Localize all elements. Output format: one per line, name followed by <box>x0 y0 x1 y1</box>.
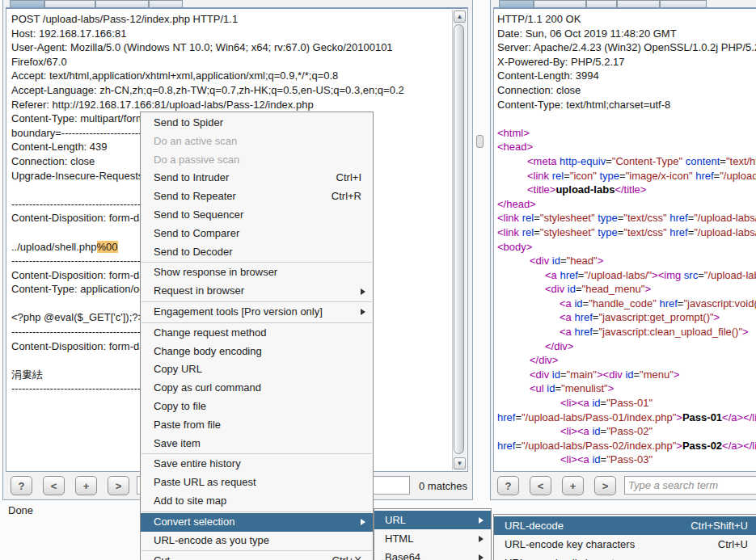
prev-match-button[interactable]: < <box>530 476 551 495</box>
menu-item-label: HTML <box>385 533 413 545</box>
menu-item-send-to-sequencer[interactable]: Send to Sequencer <box>141 206 373 225</box>
menu-item-copy-as-curl-command[interactable]: Copy as curl command <box>141 379 373 398</box>
menu-item-label: Paste from file <box>154 419 221 431</box>
menu-item-save-item[interactable]: Save item <box>141 435 373 453</box>
menu-item-send-to-decoder[interactable]: Send to Decoder <box>141 243 373 262</box>
menu-item-label: Send to Spider <box>154 116 223 128</box>
menu-item-label: URL <box>385 514 406 526</box>
editor-line: Content-Length: 3994 <box>497 69 754 83</box>
editor-line: </div> <box>497 339 754 354</box>
editor-line: POST /upload-labs/Pass-12/index.php HTTP… <box>11 12 464 27</box>
menu-item-label: Do a passive scan <box>154 154 239 166</box>
response-tab[interactable] <box>660 0 707 7</box>
request-tab[interactable] <box>95 0 149 7</box>
response-editor[interactable]: HTTP/1.1 200 OKDate: Sun, 06 Oct 2019 11… <box>493 7 756 472</box>
response-search-input[interactable] <box>624 476 756 495</box>
response-tab[interactable] <box>534 0 586 7</box>
menu-separator <box>141 262 372 263</box>
menu-item-label: Paste URL as request <box>154 476 256 488</box>
editor-line: </div> <box>497 353 754 368</box>
menu-item-paste-from-file[interactable]: Paste from file <box>141 416 373 435</box>
menu-item-label: Request in browser <box>154 284 244 297</box>
editor-line: <a id="handle_code" href="javascript:voi… <box>497 297 754 311</box>
editor-line: <a href="/upload-labs/"><img src="/uploa… <box>497 268 754 283</box>
request-match-count: 0 matches <box>419 480 467 492</box>
editor-line: <body> <box>497 240 754 255</box>
editor-line: href="/upload-labs/Pass-01/index.php">Pa… <box>497 411 754 425</box>
menu-separator <box>141 322 372 323</box>
editor-line: <meta http-equiv="Content-Type" content=… <box>497 154 754 169</box>
scroll-up-icon[interactable]: ▲ <box>454 11 466 23</box>
menu-item-url-decode[interactable]: URL-decodeCtrl+Shift+U <box>494 516 756 535</box>
menu-item-send-to-intruder[interactable]: Send to IntruderCtrl+I <box>141 169 373 187</box>
menu-item-html[interactable]: HTML <box>374 529 491 548</box>
menu-item-save-entire-history[interactable]: Save entire history <box>141 455 373 474</box>
menu-item-engagement-tools-pro-version-only[interactable]: Engagement tools [Pro version only] <box>141 303 373 322</box>
menu-item-label: Copy to file <box>154 400 206 412</box>
menu-shortcut: Ctrl+R <box>332 187 361 206</box>
response-search-bar: ? < + > <box>491 473 756 499</box>
menu-item-label: Send to Sequencer <box>154 208 243 221</box>
editor-line: Connection: close <box>497 83 754 98</box>
editor-line: <a href="javascript:get_prompt()"> <box>497 310 754 325</box>
editor-line: <a href="javascript:clean_upload_file()"… <box>497 325 754 339</box>
menu-item-change-request-method[interactable]: Change request method <box>141 324 373 343</box>
menu-item-label: Send to Decoder <box>154 246 233 258</box>
menu-item-base64[interactable]: Base64 <box>374 548 491 560</box>
menu-item-label: Change body encoding <box>154 345 262 357</box>
menu-item-send-to-spider[interactable]: Send to Spider <box>141 114 373 133</box>
request-tab-selected[interactable] <box>10 0 44 7</box>
response-tab-selected[interactable] <box>499 0 534 7</box>
next-match-button[interactable]: > <box>108 476 129 495</box>
convert-selection-submenu: URLHTMLBase64 <box>374 508 492 560</box>
editor-line: Accept: text/html,application/xhtml+xml,… <box>11 69 464 83</box>
editor-line: <li><a id="Pass-01" <box>497 396 754 411</box>
menu-item-label: Convert selection <box>154 516 234 528</box>
scrollbar-thumb[interactable] <box>454 24 464 454</box>
menu-item-label: URL-encode key characters <box>505 538 635 550</box>
menu-item-show-response-in-browser[interactable]: Show response in browser <box>141 263 373 282</box>
response-tab[interactable] <box>617 0 660 7</box>
menu-item-url-encode-all-characters[interactable]: URL-encode all characters <box>494 554 756 560</box>
add-filter-button[interactable]: + <box>562 476 584 495</box>
menu-item-label: URL-encode all characters <box>505 557 629 560</box>
editor-line: HTTP/1.1 200 OK <box>497 12 754 27</box>
menu-item-paste-url-as-request[interactable]: Paste URL as request <box>141 474 373 492</box>
help-button[interactable]: ? <box>497 476 519 495</box>
request-scrollbar[interactable]: ▲ ▼ <box>452 10 467 470</box>
request-tab[interactable] <box>149 0 183 7</box>
scroll-down-icon[interactable]: ▼ <box>454 457 466 469</box>
menu-separator <box>141 512 372 512</box>
editor-line: <li><a id="Pass-02" <box>497 424 754 439</box>
menu-item-send-to-comparer[interactable]: Send to Comparer <box>141 225 373 243</box>
submenu-arrow-icon <box>361 309 365 315</box>
menu-item-label: Send to Comparer <box>154 227 239 239</box>
next-match-button[interactable]: > <box>594 476 616 495</box>
menu-item-copy-url[interactable]: Copy URL <box>141 360 373 379</box>
menu-item-change-body-encoding[interactable]: Change body encoding <box>141 343 373 361</box>
editor-line: <link rel="stylesheet" type="text/css" h… <box>497 225 754 240</box>
add-filter-button[interactable]: + <box>75 476 97 495</box>
menu-item-cut[interactable]: CutCtrl+X <box>141 552 373 560</box>
prev-match-button[interactable]: < <box>43 476 65 495</box>
menu-item-label: URL-decode <box>505 520 564 532</box>
editor-line <box>497 112 754 126</box>
panel-divider-grip[interactable] <box>476 135 484 148</box>
menu-item-url[interactable]: URL <box>374 511 491 529</box>
menu-item-request-in-browser[interactable]: Request in browser <box>141 282 373 301</box>
editor-line: <link rel="stylesheet" type="text/css" h… <box>497 211 754 225</box>
menu-item-send-to-repeater[interactable]: Send to RepeaterCtrl+R <box>141 187 373 206</box>
menu-shortcut: Ctrl+X <box>332 552 361 560</box>
help-button[interactable]: ? <box>11 476 32 495</box>
menu-item-convert-selection[interactable]: Convert selection <box>141 513 373 532</box>
editor-line: Accept-Language: zh-CN,zh;q=0.8,zh-TW;q=… <box>11 83 464 98</box>
submenu-arrow-icon <box>361 288 365 295</box>
menu-item-copy-to-file[interactable]: Copy to file <box>141 398 373 416</box>
editor-line: <li><a id="Pass-03" <box>497 453 754 467</box>
menu-item-url-encode-as-you-type[interactable]: URL-encode as you type <box>141 532 373 550</box>
request-tab[interactable] <box>44 0 95 7</box>
menu-item-add-to-site-map[interactable]: Add to site map <box>141 492 373 511</box>
response-tab[interactable] <box>586 0 617 7</box>
menu-item-url-encode-key-characters[interactable]: URL-encode key charactersCtrl+U <box>494 535 756 554</box>
menu-item-label: Show response in browser <box>154 266 277 278</box>
